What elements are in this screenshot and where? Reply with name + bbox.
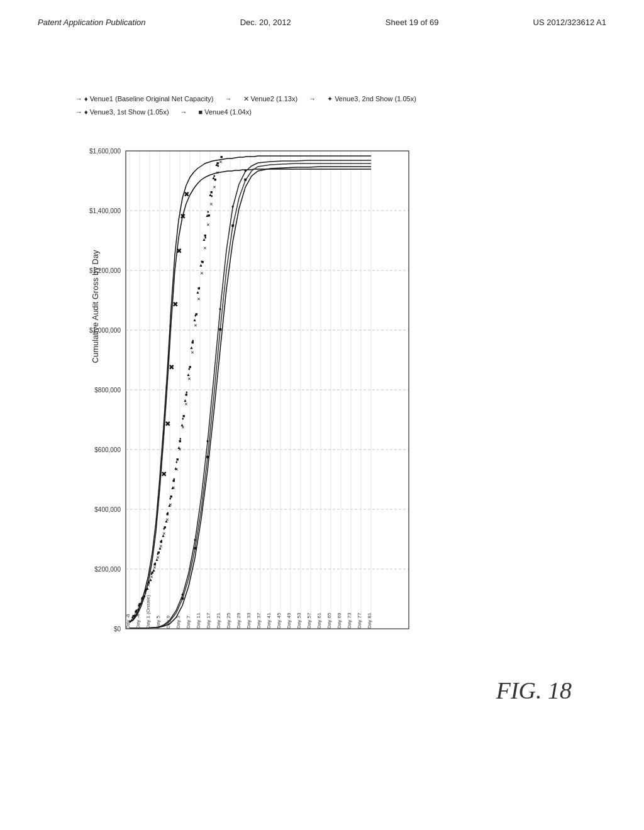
svg-text:Day 1 (Onsale): Day 1 (Onsale) [145, 595, 151, 629]
svg-text:✕: ✕ [173, 301, 178, 307]
svg-text:Day 41: Day 41 [266, 612, 272, 629]
publication-label: Patent Application Publication [38, 18, 146, 27]
svg-text:■: ■ [147, 580, 150, 585]
svg-text:▲: ▲ [189, 345, 194, 350]
svg-text:✕: ✕ [213, 185, 216, 189]
svg-text:✕: ✕ [169, 364, 174, 370]
svg-text:♦: ♦ [138, 603, 140, 607]
svg-text:Day 81: Day 81 [367, 612, 372, 629]
svg-text:■: ■ [244, 177, 247, 182]
svg-text:▲: ▲ [158, 546, 162, 550]
legend-spacer-4: → [180, 106, 187, 118]
svg-text:♦: ♦ [163, 526, 165, 531]
svg-text:♦: ♦ [131, 615, 134, 619]
svg-text:Day 73: Day 73 [347, 612, 352, 629]
svg-text:■: ■ [166, 512, 169, 516]
patent-number: US 2012/323612 A1 [533, 18, 606, 27]
legend-cross-3: ✦ [327, 93, 333, 105]
svg-text:✕: ✕ [184, 191, 189, 197]
svg-text:$1,000,000: $1,000,000 [89, 327, 121, 334]
legend-arrow-4: → [75, 106, 82, 118]
svg-text:Day 57: Day 57 [306, 612, 312, 629]
legend-label-2: Venue2 (1.13x) [251, 93, 298, 105]
legend-label-1: Venue1 (Baseline Original Net Capacity) [90, 93, 214, 105]
svg-text:▲: ▲ [186, 372, 191, 377]
svg-text:✕: ✕ [203, 246, 207, 250]
svg-text:Day 53: Day 53 [296, 612, 302, 629]
svg-text:✕: ✕ [206, 223, 210, 227]
svg-text:♦: ♦ [150, 572, 153, 576]
svg-text:♦: ♦ [231, 204, 234, 209]
svg-text:♦: ♦ [182, 416, 184, 421]
svg-text:$1,200,000: $1,200,000 [89, 267, 121, 274]
svg-text:✕: ✕ [191, 350, 194, 355]
svg-text:Day 11: Day 11 [196, 612, 201, 629]
svg-text:■: ■ [219, 326, 222, 332]
page-header: Patent Application Publication Dec. 20, … [0, 18, 644, 27]
svg-text:■: ■ [191, 340, 194, 345]
svg-text:▲: ▲ [170, 485, 175, 490]
chart-svg: $1,600,000 $1,400,000 $1,200,000 $1,000,… [82, 145, 434, 679]
svg-text:✕: ✕ [216, 170, 219, 175]
svg-text:$800,000: $800,000 [94, 387, 121, 394]
svg-text:▲: ▲ [161, 533, 165, 538]
svg-text:$600,000: $600,000 [94, 446, 121, 453]
svg-text:▲: ▲ [177, 445, 181, 450]
svg-text:♦: ♦ [219, 306, 221, 312]
svg-text:■: ■ [179, 439, 181, 443]
svg-text:Day 29: Day 29 [236, 612, 242, 629]
svg-text:♦: ♦ [213, 174, 216, 178]
svg-text:▲: ▲ [196, 290, 200, 294]
svg-text:▲: ▲ [183, 398, 187, 402]
page-container: Patent Application Publication Dec. 20, … [0, 0, 644, 830]
legend-spacer-2: → [309, 93, 316, 105]
svg-text:$400,000: $400,000 [94, 506, 121, 513]
svg-text:Day 65: Day 65 [326, 612, 332, 629]
figure-label: FIG. 18 [496, 677, 572, 704]
svg-text:■: ■ [210, 190, 213, 194]
svg-text:▲: ▲ [205, 213, 209, 218]
svg-text:■: ■ [231, 223, 235, 228]
legend-label-3: Venue3, 2nd Show (1.05x) [335, 93, 416, 105]
svg-text:▲: ▲ [180, 423, 184, 427]
svg-text:Day 25: Day 25 [226, 612, 231, 629]
svg-text:✕: ✕ [184, 402, 188, 406]
legend-row-1: → ♦ Venue1 (Baseline Original Net Capaci… [75, 93, 416, 105]
svg-text:Day 69: Day 69 [336, 612, 342, 629]
svg-text:✕: ✕ [162, 471, 167, 477]
svg-text:✕: ✕ [197, 297, 201, 301]
sheet-label: Sheet 19 of 69 [386, 18, 439, 27]
svg-text:$0: $0 [114, 626, 121, 633]
legend-tri-4: ♦ [84, 106, 88, 118]
legend-sq-5: ■ [199, 106, 203, 118]
svg-text:■: ■ [153, 562, 156, 567]
svg-text:■: ■ [160, 540, 162, 544]
svg-text:▲: ▲ [155, 557, 159, 562]
svg-text:♦: ♦ [157, 551, 159, 556]
svg-text:■: ■ [220, 155, 223, 159]
svg-text:✕: ✕ [165, 421, 170, 427]
chart-legend: → ♦ Venue1 (Baseline Original Net Capaci… [75, 93, 416, 119]
svg-text:✕: ✕ [200, 271, 204, 275]
svg-text:▲: ▲ [164, 519, 169, 523]
svg-text:■: ■ [216, 161, 219, 165]
svg-text:♦: ♦ [244, 168, 247, 174]
svg-text:■: ■ [141, 596, 143, 600]
legend-label-4: Venue3, 1st Show (1.05x) [90, 106, 169, 118]
svg-text:Day 17: Day 17 [206, 612, 211, 629]
svg-text:Day 7: Day 7 [186, 616, 191, 629]
legend-spacer-1: → [225, 93, 232, 105]
svg-text:♦: ♦ [194, 537, 196, 543]
svg-text:✕: ✕ [194, 323, 197, 328]
svg-text:♦: ♦ [181, 592, 184, 597]
svg-text:Day 37: Day 37 [256, 612, 262, 629]
svg-text:▲: ▲ [202, 237, 206, 241]
legend-row-2: → ♦ Venue3, 1st Show (1.05x) → ■ Venue4 … [75, 106, 416, 118]
svg-text:$1,600,000: $1,600,000 [89, 148, 121, 155]
legend-star-2: ✕ [243, 93, 249, 105]
svg-text:Day 33: Day 33 [246, 612, 252, 629]
svg-text:■: ■ [185, 392, 187, 397]
svg-text:Day 77: Day 77 [357, 612, 362, 629]
svg-text:$1,400,000: $1,400,000 [89, 208, 121, 214]
svg-text:■: ■ [204, 233, 206, 238]
